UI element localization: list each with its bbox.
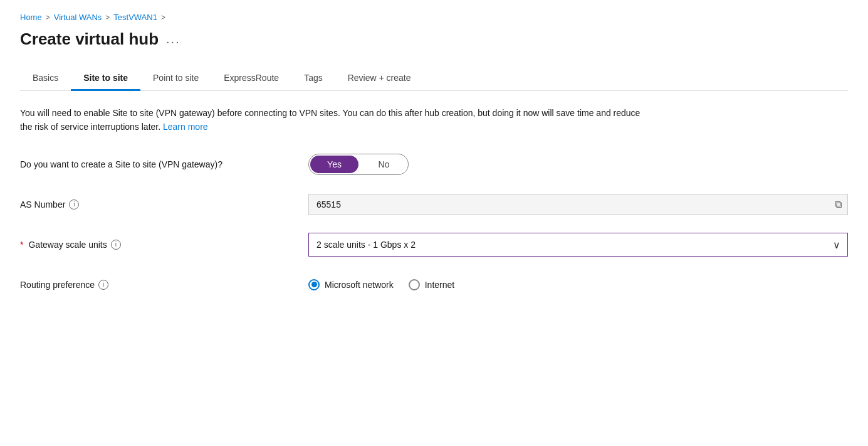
routing-preference-info-icon[interactable]: i <box>98 280 108 290</box>
breadcrumb-home[interactable]: Home <box>20 13 42 22</box>
routing-internet-option[interactable]: Internet <box>409 279 454 290</box>
vpn-gateway-toggle[interactable]: Yes No <box>308 154 409 175</box>
gateway-scale-dropdown-wrapper: 1 scale unit - 500 Mbps x 22 scale units… <box>308 233 848 257</box>
tab-navigation: Basics Site to site Point to site Expres… <box>20 66 848 91</box>
breadcrumb-testvwan1[interactable]: TestVWAN1 <box>113 13 157 22</box>
more-options-button[interactable]: ... <box>166 32 180 46</box>
internet-radio-circle <box>409 279 420 290</box>
as-number-label: AS Number i <box>20 199 308 210</box>
as-number-input[interactable] <box>308 194 848 215</box>
tab-site-to-site[interactable]: Site to site <box>71 66 140 91</box>
routing-preference-radio-group: Microsoft network Internet <box>308 279 454 290</box>
routing-microsoft-option[interactable]: Microsoft network <box>308 279 394 290</box>
page-title: Create virtual hub <box>20 29 159 49</box>
vpn-gateway-label: Do you want to create a Site to site (VP… <box>20 159 308 169</box>
description-text: You will need to enable Site to site (VP… <box>20 106 647 134</box>
gateway-scale-select[interactable]: 1 scale unit - 500 Mbps x 22 scale units… <box>308 233 848 257</box>
gateway-scale-row: * Gateway scale units i 1 scale unit - 5… <box>20 232 848 257</box>
breadcrumb-sep-1: > <box>46 13 50 22</box>
vpn-gateway-yes-button[interactable]: Yes <box>310 156 358 173</box>
internet-radio-label: Internet <box>425 280 454 290</box>
as-number-info-icon[interactable]: i <box>69 199 79 210</box>
gateway-scale-label: * Gateway scale units i <box>20 240 308 250</box>
page-title-area: Create virtual hub ... <box>20 29 848 49</box>
vpn-gateway-no-button[interactable]: No <box>360 154 408 174</box>
learn-more-link[interactable]: Learn more <box>163 122 208 132</box>
tab-expressroute[interactable]: ExpressRoute <box>211 66 291 91</box>
tab-basics[interactable]: Basics <box>20 66 71 91</box>
required-indicator: * <box>20 240 23 250</box>
microsoft-radio-circle <box>308 279 320 290</box>
breadcrumb-sep-3: > <box>161 13 165 22</box>
tab-point-to-site[interactable]: Point to site <box>140 66 211 91</box>
vpn-gateway-row: Do you want to create a Site to site (VP… <box>20 152 848 177</box>
copy-icon[interactable]: ⧉ <box>835 199 842 210</box>
microsoft-radio-label: Microsoft network <box>325 280 394 290</box>
as-number-input-wrapper: ⧉ <box>308 194 848 215</box>
tab-tags[interactable]: Tags <box>291 66 335 91</box>
routing-preference-row: Routing preference i Microsoft network I… <box>20 272 848 297</box>
routing-preference-label: Routing preference i <box>20 280 308 290</box>
breadcrumb: Home > Virtual WANs > TestVWAN1 > <box>20 13 848 22</box>
breadcrumb-virtual-wans[interactable]: Virtual WANs <box>54 13 102 22</box>
as-number-row: AS Number i ⧉ <box>20 192 848 217</box>
tab-review-create[interactable]: Review + create <box>335 66 424 91</box>
breadcrumb-sep-2: > <box>105 13 110 22</box>
gateway-scale-info-icon[interactable]: i <box>111 240 121 250</box>
